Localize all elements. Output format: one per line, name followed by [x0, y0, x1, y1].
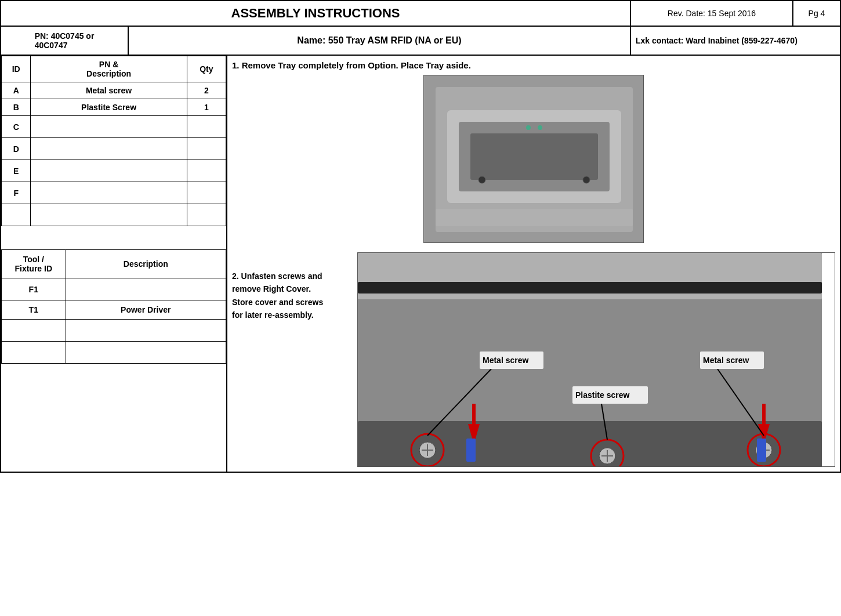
instruction-step2-area: 2. Unfasten screws and remove Right Cove… [232, 252, 835, 467]
row-c-id: C [2, 116, 31, 138]
svg-point-5 [478, 176, 485, 183]
tool-empty1-desc [66, 320, 226, 342]
tool-empty2-id [2, 342, 66, 364]
table-row: B Plastite Screw 1 [2, 99, 226, 116]
step2-image-container: Metal screw Plastite screw Metal screw [357, 252, 835, 467]
tool-row: F1 [2, 278, 226, 300]
col-id: ID [2, 56, 31, 82]
svg-rect-13 [358, 282, 822, 293]
svg-rect-19 [472, 404, 476, 426]
tool-table: Tool / Fixture ID Description F1 T1 Powe… [1, 249, 226, 364]
col-pn-desc: PN & Description [31, 56, 187, 82]
contact-info: Lxk contact: Ward Inabinet (859-227-4670… [631, 27, 840, 55]
row-d-qty [187, 138, 226, 160]
row-a-id: A [2, 82, 31, 99]
svg-rect-40 [466, 439, 476, 462]
header-bottom: PN: 40C0745 or 40C0747 Name: 550 Tray AS… [0, 26, 841, 55]
row-a-qty: 2 [187, 82, 226, 99]
row-b-qty: 1 [187, 99, 226, 116]
tool-empty2-desc [66, 342, 226, 364]
tool-t1-desc: Power Driver [66, 300, 226, 320]
tool-row: T1 Power Driver [2, 300, 226, 320]
main-content: ID PN & Description Qty A Metal screw 2 … [0, 55, 841, 473]
tool-section: Tool / Fixture ID Description F1 T1 Powe… [1, 249, 226, 364]
svg-point-6 [583, 176, 590, 183]
instruction-step1: 1. Remove Tray completely from Option. P… [232, 60, 835, 70]
table-row: D [2, 138, 226, 160]
row-c-desc [31, 116, 187, 138]
right-panel: 1. Remove Tray completely from Option. P… [227, 56, 840, 472]
assembly-name: Name: 550 Tray ASM RFID (NA or EU) [129, 27, 631, 55]
left-panel: ID PN & Description Qty A Metal screw 2 … [1, 56, 227, 472]
tool-row [2, 320, 226, 342]
row-f-qty [187, 182, 226, 204]
table-row: C [2, 116, 226, 138]
col-tool-id: Tool / Fixture ID [2, 250, 66, 278]
row-c-qty [187, 116, 226, 138]
tool-row [2, 342, 226, 364]
row-f-desc [31, 182, 187, 204]
svg-rect-21 [762, 404, 766, 426]
table-row: A Metal screw 2 [2, 82, 226, 99]
tool-empty1-id [2, 320, 66, 342]
svg-text:Metal screw: Metal screw [703, 356, 749, 365]
step2-image: Metal screw Plastite screw Metal screw [357, 252, 835, 467]
svg-rect-4 [470, 133, 598, 180]
tool-t1-id: T1 [2, 300, 66, 320]
row-empty-qty [187, 204, 226, 226]
svg-text:Metal screw: Metal screw [483, 356, 528, 365]
row-d-id: D [2, 138, 31, 160]
tool-f1-id: F1 [2, 278, 66, 300]
row-e-id: E [2, 160, 31, 182]
row-b-id: B [2, 99, 31, 116]
table-row [2, 204, 226, 226]
col-qty: Qty [187, 56, 226, 82]
row-b-desc: Plastite Screw [31, 99, 187, 116]
step1-image [423, 75, 644, 243]
svg-text:Plastite screw: Plastite screw [575, 390, 629, 400]
row-e-qty [187, 160, 226, 182]
table-row: E [2, 160, 226, 182]
instruction-step2: 2. Unfasten screws and remove Right Cove… [232, 252, 348, 322]
row-f-id: F [2, 182, 31, 204]
svg-point-8 [538, 125, 542, 130]
row-empty-desc [31, 204, 187, 226]
svg-rect-9 [436, 209, 633, 226]
tool-f1-desc [66, 278, 226, 300]
row-a-desc: Metal screw [31, 82, 187, 99]
svg-rect-41 [757, 439, 766, 462]
header-top: ASSEMBLY INSTRUCTIONS Rev. Date: 15 Sept… [0, 0, 841, 26]
row-e-desc [31, 160, 187, 182]
col-tool-desc: Description [66, 250, 226, 278]
page-title: ASSEMBLY INSTRUCTIONS [1, 1, 631, 26]
row-empty-id [2, 204, 31, 226]
table-row: F [2, 182, 226, 204]
page-number: Pg 4 [793, 1, 840, 26]
row-d-desc [31, 138, 187, 160]
parts-table: ID PN & Description Qty A Metal screw 2 … [1, 56, 226, 226]
rev-date: Rev. Date: 15 Sept 2016 [631, 1, 793, 26]
part-number: PN: 40C0745 or 40C0747 [1, 27, 129, 55]
svg-point-7 [526, 125, 531, 130]
